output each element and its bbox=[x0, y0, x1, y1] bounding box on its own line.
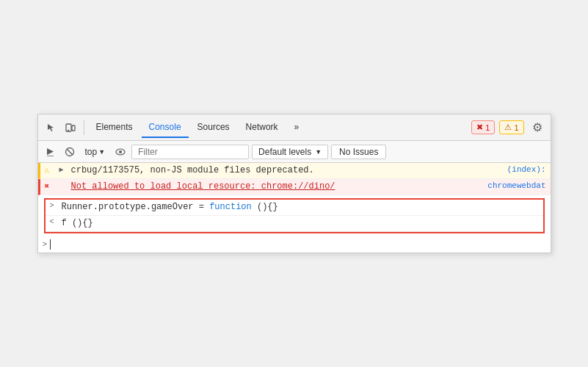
prompt-arrow: > bbox=[43, 240, 48, 249]
warn-count: 1 bbox=[514, 123, 518, 132]
input-line[interactable]: > bbox=[38, 236, 551, 252]
chevron-down-icon: ▼ bbox=[98, 148, 105, 156]
error-count: 1 bbox=[485, 123, 490, 132]
context-label: top bbox=[85, 147, 98, 157]
svg-rect-1 bbox=[72, 126, 75, 131]
row2-text: f (){} bbox=[62, 218, 539, 228]
error-row-icon: ✖ bbox=[45, 181, 57, 191]
warning-text: crbug/1173575, non-JS module files depre… bbox=[71, 165, 507, 175]
filter-input[interactable] bbox=[131, 145, 249, 159]
warn-badge[interactable]: ⚠ 1 bbox=[499, 120, 523, 134]
row1-plain: Runner.prototype.gameOver = bbox=[62, 202, 210, 212]
warning-source[interactable]: (index): bbox=[507, 165, 546, 174]
tab-elements[interactable]: Elements bbox=[89, 117, 140, 138]
highlighted-row-2: < f (){} bbox=[46, 216, 543, 232]
tab-sources[interactable]: Sources bbox=[190, 117, 237, 138]
error-text: Not allowed to load local resource: chro… bbox=[71, 181, 488, 192]
device-toggle-icon[interactable] bbox=[62, 119, 79, 137]
console-content: ⚠ ▶ crbug/1173575, non-JS module files d… bbox=[38, 163, 551, 252]
warn-icon: ⚠ bbox=[504, 123, 512, 132]
no-issues-button[interactable]: No Issues bbox=[331, 145, 386, 159]
svg-point-8 bbox=[119, 150, 122, 153]
console-row-error: ✖ Not allowed to load local resource: ch… bbox=[38, 179, 551, 195]
levels-label: Default levels bbox=[258, 147, 311, 157]
error-icon: ✖ bbox=[476, 123, 483, 132]
svg-marker-3 bbox=[47, 148, 54, 155]
error-badge[interactable]: ✖ 1 bbox=[471, 120, 495, 134]
row2-arrow: < bbox=[50, 218, 60, 226]
tab-console[interactable]: Console bbox=[142, 117, 189, 138]
row1-keyword: function bbox=[209, 202, 252, 212]
divider bbox=[84, 120, 84, 135]
levels-dropdown[interactable]: Default levels ▼ bbox=[252, 145, 328, 159]
highlight-box: > Runner.prototype.gameOver = function (… bbox=[44, 198, 545, 233]
inspect-icon[interactable] bbox=[43, 119, 60, 137]
error-source[interactable]: chromewebdat bbox=[487, 181, 545, 190]
tab-more[interactable]: » bbox=[287, 117, 307, 138]
expand-arrow[interactable]: ▶ bbox=[59, 165, 70, 174]
svg-line-6 bbox=[67, 149, 73, 155]
warning-icon: ⚠ bbox=[45, 165, 57, 175]
row1-rest: (){} bbox=[252, 202, 278, 212]
context-dropdown[interactable]: top ▼ bbox=[81, 145, 110, 159]
devtools-panel: Elements Console Sources Network » ✖ 1 ⚠… bbox=[37, 114, 551, 253]
error-arrow bbox=[59, 181, 70, 189]
console-toolbar: top ▼ Default levels ▼ No Issues bbox=[38, 141, 551, 163]
settings-icon[interactable]: ⚙ bbox=[529, 119, 546, 137]
tab-network[interactable]: Network bbox=[239, 117, 286, 138]
highlighted-row-1: > Runner.prototype.gameOver = function (… bbox=[46, 200, 543, 216]
clear-icon[interactable] bbox=[62, 144, 78, 160]
console-row-warning: ⚠ ▶ crbug/1173575, non-JS module files d… bbox=[38, 163, 551, 179]
top-toolbar: Elements Console Sources Network » ✖ 1 ⚠… bbox=[38, 115, 551, 141]
row1-text: Runner.prototype.gameOver = function (){… bbox=[62, 202, 539, 212]
row1-arrow[interactable]: > bbox=[50, 202, 60, 210]
eye-icon[interactable] bbox=[112, 144, 128, 160]
execute-icon[interactable] bbox=[43, 144, 59, 160]
levels-chevron-icon: ▼ bbox=[315, 148, 322, 156]
cursor bbox=[50, 239, 51, 250]
